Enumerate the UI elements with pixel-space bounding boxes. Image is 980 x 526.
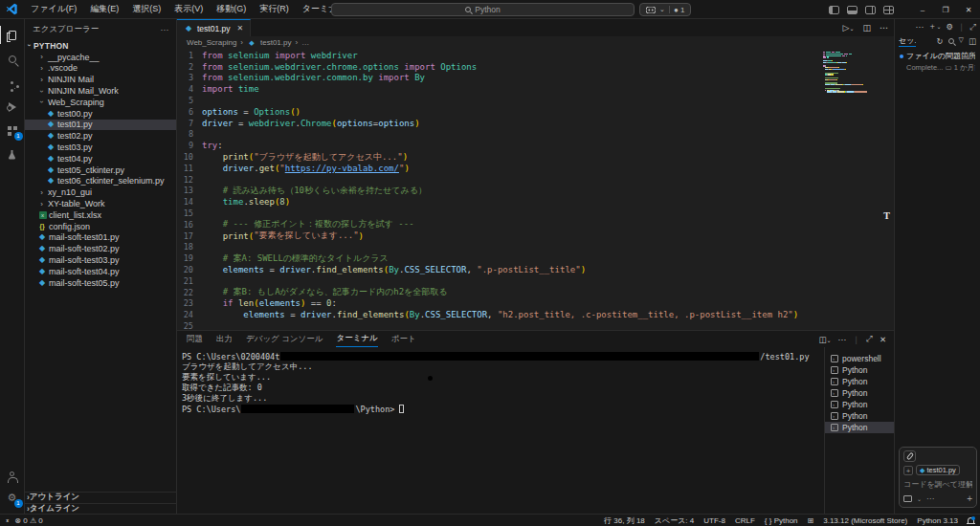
breadcrumb-file[interactable]: test01.py — [260, 38, 291, 47]
panel-tab-3[interactable]: ターミナル — [336, 331, 377, 347]
run-button[interactable]: ▷⌄ — [843, 23, 855, 33]
expand-icon[interactable]: ⤢ — [969, 22, 976, 33]
tree-item[interactable]: ◆test03.py — [25, 142, 176, 153]
chat-mode-icon[interactable] — [903, 495, 912, 502]
terminal-list-item[interactable]: ›Python — [825, 376, 894, 387]
menu-item[interactable]: 表示(V) — [168, 1, 209, 17]
panel-tab-0[interactable]: 問題 — [187, 331, 203, 347]
language-mode[interactable]: { } Python — [765, 516, 798, 525]
toggle-panel-icon[interactable] — [847, 6, 858, 14]
editor-more-icon[interactable]: ⋯ — [880, 23, 888, 33]
activity-source-control-icon[interactable] — [0, 71, 25, 95]
search-icon[interactable] — [948, 38, 954, 44]
python-interpreter[interactable]: Python 3.13 — [917, 516, 958, 525]
add-context-button[interactable]: + — [903, 466, 913, 475]
activity-testing-icon[interactable] — [0, 142, 25, 166]
outline-section[interactable]: › アウトライン — [25, 492, 176, 503]
encoding[interactable]: UTF-8 — [703, 516, 725, 525]
terminal-list-item[interactable]: ›Python — [825, 387, 894, 399]
tree-item[interactable]: ◆test00.py — [25, 108, 176, 120]
session-item[interactable]: ファイルの問題箇所の... Complete... ▭ 1 か月前 — [895, 48, 980, 76]
indentation[interactable]: スペース: 4 — [655, 515, 694, 526]
menu-item[interactable]: ファイル(F) — [25, 1, 82, 17]
eol-sequence[interactable]: CRLF — [735, 516, 755, 525]
close-tab-icon[interactable]: ✕ — [237, 24, 244, 33]
minimize-button[interactable]: – — [911, 0, 934, 19]
timeline-section[interactable]: › タイムライン — [25, 503, 176, 515]
split-terminal-icon[interactable]: ◫⌄ — [818, 335, 831, 344]
tree-item[interactable]: ◆test01.py — [25, 120, 176, 131]
activity-run-debug-icon[interactable] — [0, 95, 25, 119]
context-chip[interactable]: ◆ test01.py — [916, 465, 960, 475]
close-button[interactable]: ✕ — [957, 0, 980, 19]
chat-options-icon[interactable]: ⋯ — [926, 494, 934, 503]
activity-search-icon[interactable] — [0, 47, 25, 71]
tree-item[interactable]: ›.vscode — [25, 63, 176, 75]
activity-extensions-icon[interactable]: 1 — [0, 119, 25, 142]
tree-item[interactable]: {}config.json — [25, 221, 176, 232]
tree-item[interactable]: ›NINJIN Mail_Work — [25, 85, 176, 97]
command-center-search[interactable]: Python — [331, 3, 635, 16]
minimap[interactable] — [823, 52, 867, 95]
activity-explorer-icon[interactable] — [0, 23, 25, 47]
panel-tab-2[interactable]: デバッグ コンソール — [246, 331, 323, 347]
split-icon[interactable]: ◫ — [969, 36, 976, 46]
toggle-sidebar-icon[interactable] — [829, 6, 839, 14]
menu-item[interactable]: 移動(G) — [211, 1, 252, 17]
tree-item[interactable]: ›NINJIN Mail — [25, 74, 176, 85]
breadcrumb-symbol[interactable]: … — [301, 38, 309, 47]
tree-item[interactable]: ›XY-table_Work — [25, 198, 176, 209]
remote-icon[interactable]: ›‹ — [6, 516, 7, 525]
terminal-list-item[interactable]: ›Python — [825, 410, 894, 422]
split-editor-icon[interactable]: ◫ — [862, 23, 871, 33]
sessions-tab[interactable]: セッ... — [899, 35, 916, 47]
tree-item[interactable]: ◆test04.py — [25, 153, 176, 164]
terminal-list-item[interactable]: ›Python — [825, 399, 894, 410]
tree-item[interactable]: ◆mail-soft-test01.py — [25, 232, 176, 244]
breadcrumb[interactable]: Web_Scraping › ◆ test01.py › … — [177, 36, 894, 49]
panel-tab-1[interactable]: 出力 — [216, 331, 233, 347]
customize-layout-icon[interactable] — [883, 6, 894, 14]
chat-more-icon[interactable]: ⋯ — [915, 22, 924, 32]
code-editor[interactable]: 1from selenium import webdriver2from sel… — [177, 49, 894, 330]
explorer-more-icon[interactable]: ⋯ — [161, 25, 169, 34]
tree-item[interactable]: ◆mail-soft-test02.py — [25, 243, 176, 254]
tree-item[interactable]: xclient_list.xlsx — [25, 209, 176, 221]
problems-status[interactable]: ⊗ 0 ⚠ 0 — [14, 516, 42, 525]
panel-more-icon[interactable]: ⋯ — [837, 335, 846, 344]
chat-send-button[interactable]: + — [967, 493, 972, 504]
tree-item[interactable]: ◆test05_ctkinter.py — [25, 164, 176, 176]
terminal-output[interactable]: PS C:\Users\0200404t/test01.pyブラウザを起動してア… — [177, 347, 824, 514]
tree-item[interactable]: ◆mail-soft-test04.py — [25, 266, 176, 277]
terminal-list-item[interactable]: ›powershell — [825, 353, 894, 364]
tree-root-python[interactable]: ›PYTHON — [25, 40, 176, 52]
tree-item[interactable]: ›xy_n10_gui — [25, 186, 176, 198]
tree-item[interactable]: ◆test02.py — [25, 130, 176, 142]
tree-item[interactable]: ›__pycache__ — [25, 52, 176, 63]
refresh-icon[interactable]: ↻ — [936, 36, 943, 46]
tree-item[interactable]: ◆mail-soft-test05.py — [25, 277, 176, 289]
menu-item[interactable]: 実行(R) — [254, 1, 295, 17]
cursor-position[interactable]: 行 36, 列 18 — [604, 515, 645, 526]
toggle-secondary-sidebar-icon[interactable] — [865, 6, 876, 14]
menu-item[interactable]: 編集(E) — [84, 1, 124, 17]
settings-button[interactable]: ⚙1 — [0, 486, 25, 510]
chat-input-box[interactable]: + ◆ test01.py コードを調べて理解す ⌄ ⋯ + — [899, 447, 977, 508]
tree-item[interactable]: ◆mail-soft-test03.py — [25, 254, 176, 266]
notifications-bell-icon[interactable] — [968, 517, 974, 523]
python-version[interactable]: 3.13.12 (Microsoft Store) — [823, 516, 907, 525]
filter-icon[interactable]: ▽ — [959, 36, 964, 46]
breadcrumb-folder[interactable]: Web_Scraping — [187, 38, 236, 47]
tree-item[interactable]: ›Web_Scraping — [25, 97, 176, 108]
copilot-control[interactable]: ⌄ ● 1 — [639, 3, 691, 16]
terminal-list-item[interactable]: ›Python — [825, 422, 894, 433]
tab-test01[interactable]: ◆ test01.py ✕ — [177, 19, 251, 36]
restore-button[interactable]: ❐ — [934, 0, 957, 19]
new-chat-icon[interactable]: ＋⌄ — [928, 21, 942, 33]
gear-icon[interactable]: ⚙ — [946, 22, 953, 32]
panel-tab-4[interactable]: ポート — [391, 331, 416, 347]
close-panel-icon[interactable]: ✕ — [880, 335, 886, 344]
account-button[interactable] — [0, 462, 25, 486]
attach-button[interactable] — [903, 450, 916, 462]
tree-item[interactable]: ◆test06_ctkinter_selenium.py — [25, 176, 176, 187]
